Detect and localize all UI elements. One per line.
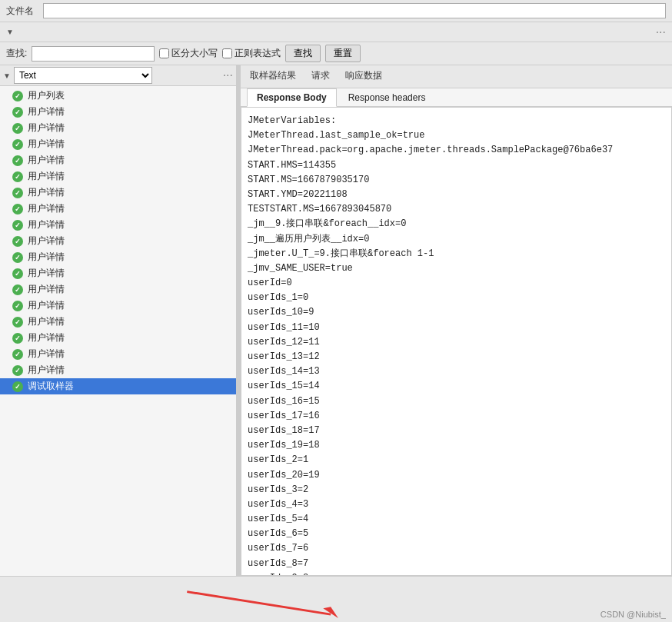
tree-item[interactable]: 用户详情 [0, 346, 236, 362]
response-tabs: Response Body Response headers [241, 88, 672, 107]
tree-item[interactable]: 用户详情 [0, 136, 236, 152]
tree-item[interactable]: 用户详情 [0, 362, 236, 378]
content-area: ▼ Text RegExp Tester CSS/JQuery Tester X… [0, 65, 672, 576]
status-icon [12, 268, 23, 279]
search-row: 查找: 区分大小写 正则表达式 查找 重置 [0, 42, 672, 65]
status-icon [12, 171, 23, 182]
tree-item[interactable]: 用户列表 [0, 88, 236, 104]
response-content: JMeterVariables: JMeterThread.last_sampl… [241, 107, 672, 576]
tree-item-label: 用户详情 [28, 331, 65, 344]
toolbar-dots-1[interactable]: ··· [656, 25, 666, 39]
left-panel: ▼ Text RegExp Tester CSS/JQuery Tester X… [0, 65, 237, 576]
tree-item-label: 用户详情 [28, 138, 65, 151]
status-icon [12, 349, 23, 360]
tab-request[interactable]: 请求 [308, 68, 333, 85]
right-tabs-row: 取样器结果 请求 响应数据 [241, 65, 672, 88]
status-icon [12, 204, 23, 215]
tree-item[interactable]: 用户详情 [0, 281, 236, 298]
filename-label: 文件名 [6, 5, 34, 18]
tab-response-headers[interactable]: Response headers [338, 88, 436, 106]
tree-item-label: 用户详情 [28, 283, 65, 296]
regex-checkbox[interactable] [222, 48, 232, 58]
toolbar-row-1: ▼ ··· [0, 22, 672, 42]
tab-sampler-results[interactable]: 取样器结果 [247, 68, 299, 85]
status-icon [12, 236, 23, 247]
status-icon [12, 188, 23, 198]
svg-line-0 [187, 592, 331, 615]
tree-item-label: 调试取样器 [28, 380, 74, 393]
tree-item-label: 用户详情 [28, 251, 65, 264]
tab-response-data[interactable]: 响应数据 [342, 68, 385, 85]
tab-response-body[interactable]: Response Body [247, 88, 337, 107]
left-dots[interactable]: ··· [223, 68, 233, 82]
tree-item-label: 用户列表 [28, 89, 65, 102]
status-icon [12, 139, 23, 150]
arrow-container: CSDN @Niubist_ [0, 576, 672, 622]
tree-item-label: 用户详情 [28, 202, 65, 215]
tree-item-label: 用户详情 [28, 186, 65, 199]
expand-icon[interactable]: ▼ [6, 28, 14, 36]
tree-item[interactable]: 用户详情 [0, 249, 236, 265]
status-icon [12, 107, 23, 118]
tree-item-label: 用户详情 [28, 154, 65, 167]
type-select[interactable]: Text RegExp Tester CSS/JQuery Tester XPa… [14, 67, 152, 84]
status-icon [12, 381, 23, 392]
tree-item-label: 用户详情 [28, 348, 65, 361]
tree-item[interactable]: 用户详情 [0, 265, 236, 281]
watermark: CSDN @Niubist_ [600, 610, 666, 619]
tree-item[interactable]: 用户详情 [0, 330, 236, 346]
search-label: 查找: [6, 47, 27, 60]
status-icon [12, 333, 23, 344]
reset-button[interactable]: 重置 [325, 45, 361, 62]
tree-item[interactable]: 用户详情 [0, 185, 236, 201]
filename-input[interactable] [43, 3, 666, 18]
tree-item[interactable]: 调试取样器 [0, 378, 236, 394]
left-toolbar: ▼ Text RegExp Tester CSS/JQuery Tester X… [0, 65, 236, 86]
tree-item[interactable]: 用户详情 [0, 152, 236, 168]
regex-checkbox-label[interactable]: 正则表达式 [222, 47, 281, 60]
case-sensitive-checkbox-label[interactable]: 区分大小写 [159, 47, 218, 60]
tree-item[interactable]: 用户详情 [0, 104, 236, 120]
status-icon [12, 317, 23, 328]
right-panel: 取样器结果 请求 响应数据 Response Body Response hea… [241, 65, 672, 576]
status-icon [12, 365, 23, 376]
tree-item[interactable]: 用户详情 [0, 298, 236, 314]
tree-item-label: 用户详情 [28, 267, 65, 280]
tree-item-label: 用户详情 [28, 234, 65, 248]
find-button[interactable]: 查找 [285, 45, 321, 62]
tree-item-label: 用户详情 [28, 315, 65, 328]
status-icon [12, 220, 23, 231]
tree-item[interactable]: 用户详情 [0, 314, 236, 330]
tree-item[interactable]: 用户详情 [0, 217, 236, 233]
case-sensitive-checkbox[interactable] [159, 48, 169, 58]
tree-item-label: 用户详情 [28, 105, 65, 118]
status-icon [12, 123, 23, 134]
tree-item[interactable]: 用户详情 [0, 233, 236, 249]
tree-item[interactable]: 用户详情 [0, 168, 236, 185]
tree-item-label: 用户详情 [28, 170, 65, 183]
tree-item[interactable]: 用户详情 [0, 201, 236, 217]
arrow-svg [0, 577, 672, 622]
status-icon [12, 301, 23, 311]
tree-item-label: 用户详情 [28, 364, 65, 377]
status-icon [12, 155, 23, 166]
tree-item-label: 用户详情 [28, 299, 65, 312]
status-icon [12, 91, 23, 101]
search-input[interactable] [32, 46, 155, 62]
tree-item-label: 用户详情 [28, 121, 65, 135]
status-icon [12, 252, 23, 263]
status-icon [12, 284, 23, 295]
left-expand-icon[interactable]: ▼ [3, 72, 11, 80]
tree-item-label: 用户详情 [28, 218, 65, 231]
main-container: 文件名 ▼ ··· 查找: 区分大小写 正则表达式 查找 重置 ▼ Text [0, 0, 672, 622]
tree-list: 用户列表用户详情用户详情用户详情用户详情用户详情用户详情用户详情用户详情用户详情… [0, 86, 236, 576]
tree-item[interactable]: 用户详情 [0, 120, 236, 136]
filename-bar: 文件名 [0, 0, 672, 22]
